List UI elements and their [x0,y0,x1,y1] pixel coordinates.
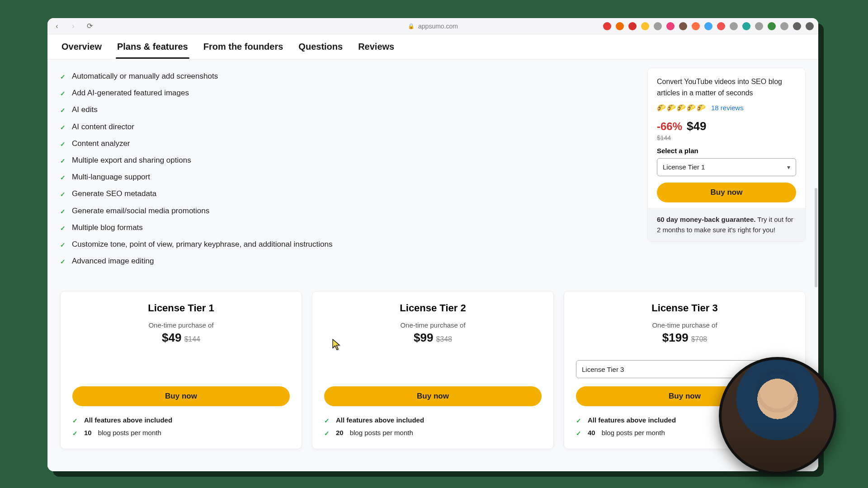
scrollbar-thumb[interactable] [815,188,817,287]
tab-reviews[interactable]: Reviews [357,35,396,58]
extension-icon[interactable] [603,22,611,30]
tab-overview[interactable]: Overview [60,35,103,58]
tier-title: License Tier 2 [324,302,542,314]
tier-original-price: $144 [184,335,200,343]
extension-icon[interactable] [692,22,700,30]
discount-percent: -66% [657,120,682,133]
select-plan-label: Select a plan [657,147,796,155]
feature-text: Generate email/social media promotions [72,205,209,217]
feature-text: Generate SEO metadata [72,188,156,200]
tier-price-row: $199$708 [576,331,793,345]
check-icon: ✓ [576,417,583,424]
buy-now-button[interactable]: Buy now [657,183,796,202]
tier-feature-list: ✓All features above included✓20 blog pos… [324,413,542,439]
tier-feature-text: All features above included [588,416,676,424]
extension-icon[interactable] [793,22,801,30]
check-icon: ✓ [60,105,67,115]
tier-posts-count: 10 [84,429,92,436]
tier-posts-label: blog posts per month [350,429,413,436]
check-icon: ✓ [60,72,67,82]
feature-text: AI content director [72,121,134,133]
check-icon: ✓ [60,156,67,166]
feature-list: ✓Automatically or manually add screensho… [60,68,633,269]
tier-title: License Tier 3 [576,302,793,314]
tier-buy-now-button[interactable]: Buy now [324,386,542,406]
tab-questions[interactable]: Questions [297,35,344,58]
rating-row: 🌮🌮🌮🌮🌮 18 reviews [657,103,796,112]
product-description: Convert YouTube videos into SEO blog art… [657,76,796,99]
tier-feature-item: ✓All features above included [324,413,542,426]
check-icon: ✓ [60,122,67,132]
extension-icon[interactable] [628,22,637,30]
tier-feature-item: ✓20 blog posts per month [324,426,542,439]
extension-icon[interactable] [616,22,624,30]
tier-card: License Tier 1One-time purchase of$49$14… [60,291,302,449]
browser-toolbar: ‹ › ⟳ 🔒 appsumo.com [47,18,818,34]
feature-text: Content analyzer [72,137,130,150]
check-icon: ✓ [60,206,67,216]
tier-posts-count: 20 [336,429,344,436]
rating-icons: 🌮🌮🌮🌮🌮 [657,103,707,112]
forward-button[interactable]: › [68,21,78,31]
tier-plan-select-value: License Tier 3 [582,366,624,373]
back-button[interactable]: ‹ [52,21,62,31]
extension-icon[interactable] [679,22,687,30]
feature-item: ✓Generate SEO metadata [60,185,633,202]
reload-button[interactable]: ⟳ [85,21,94,31]
sidebar-column: Convert YouTube videos into SEO blog art… [647,68,806,242]
feature-item: ✓Multi-language support [60,169,633,185]
extension-icon[interactable] [730,22,738,30]
check-icon: ✓ [72,417,80,424]
section-tabs: OverviewPlans & featuresFrom the founder… [47,34,818,60]
browser-window: ‹ › ⟳ 🔒 appsumo.com OverviewPlans & feat… [47,18,818,471]
extension-icon[interactable] [704,22,712,30]
tab-from-the-founders[interactable]: From the founders [202,35,285,58]
sidebar-card: Convert YouTube videos into SEO blog art… [647,68,806,242]
extension-icon[interactable] [768,22,776,30]
price-row: -66% $49 [657,119,796,133]
lock-icon: 🔒 [408,23,415,29]
stage: ‹ › ⟳ 🔒 appsumo.com OverviewPlans & feat… [0,0,868,488]
tier-feature-item: ✓All features above included [72,413,290,426]
feature-item: ✓Generate email/social media promotions [60,202,633,219]
feature-text: Multiple export and sharing options [72,154,191,166]
check-icon: ✓ [576,430,583,437]
address-bar[interactable]: 🔒 appsumo.com [408,23,458,30]
feature-item: ✓Add AI-generated featured images [60,84,633,101]
check-icon: ✓ [72,430,80,437]
tab-plans-features[interactable]: Plans & features [116,35,189,58]
check-icon: ✓ [60,139,67,149]
feature-item: ✓AI edits [60,101,633,118]
feature-item: ✓Advanced image editing [60,253,633,269]
feature-item: ✓Multiple export and sharing options [60,152,633,169]
extension-icon[interactable] [780,22,788,30]
extension-icon[interactable] [666,22,675,30]
feature-text: Automatically or manually add screenshot… [72,70,218,82]
chevron-down-icon: ▾ [787,164,790,171]
plan-select[interactable]: License Tier 1 ▾ [657,158,796,176]
feature-item: ✓Content analyzer [60,135,633,152]
tier-price-row: $49$144 [72,331,290,345]
reviews-link[interactable]: 18 reviews [711,104,744,112]
tier-subtitle: One-time purchase of [576,321,793,329]
feature-item: ✓Customize tone, point of view, primary … [60,236,633,253]
feature-text: Multi-language support [72,171,150,183]
tier-buy-now-button[interactable]: Buy now [72,386,290,406]
spacer [72,345,290,378]
extension-icon[interactable] [806,22,814,30]
extension-icon[interactable] [641,22,649,30]
extension-icon[interactable] [717,22,725,30]
tier-price: $49 [162,331,181,344]
tier-feature-text: All features above included [336,416,424,424]
extension-icon[interactable] [742,22,750,30]
guarantee-bold: 60 day money-back guarantee. [657,216,755,223]
extension-icon[interactable] [755,22,763,30]
webcam-overlay [719,357,836,474]
feature-item: ✓AI content director [60,118,633,135]
extension-icon[interactable] [654,22,662,30]
tier-price: $99 [414,331,433,344]
tier-posts-label: blog posts per month [602,429,665,436]
check-icon: ✓ [324,430,331,437]
features-column: ✓Automatically or manually add screensho… [60,68,633,269]
tier-feature-list: ✓All features above included✓10 blog pos… [72,413,290,439]
